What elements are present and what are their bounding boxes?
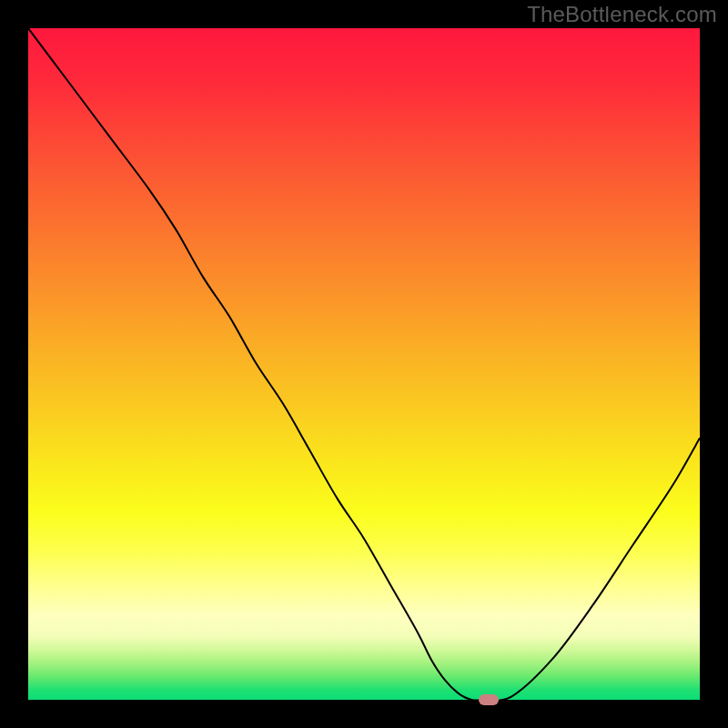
current-point-marker bbox=[479, 694, 499, 705]
chart-frame: TheBottleneck.com bbox=[0, 0, 728, 728]
bottleneck-curve bbox=[28, 28, 700, 700]
curve-layer bbox=[28, 28, 700, 700]
watermark-text: TheBottleneck.com bbox=[527, 2, 717, 27]
plot-area bbox=[28, 28, 700, 700]
